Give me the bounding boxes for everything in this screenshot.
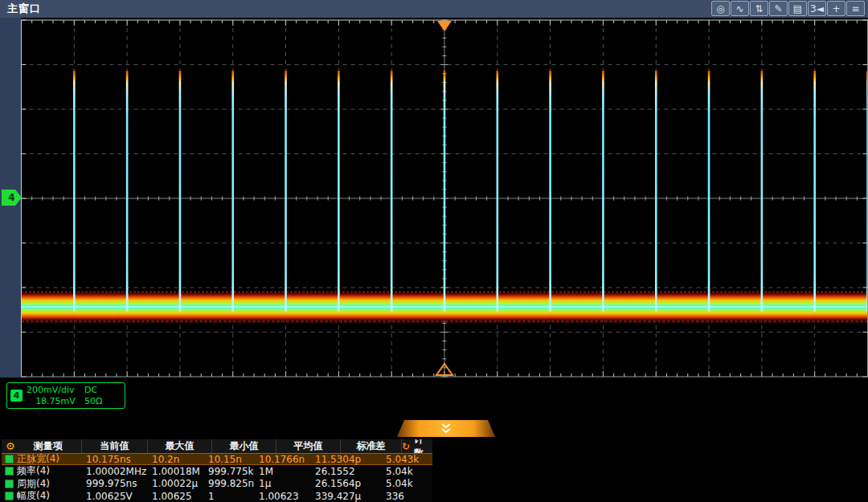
table-row[interactable]: 正脉宽(4) 10.175ns 10.2n 10.15n 10.1766n 11… — [2, 453, 432, 465]
channel4-badge: 4 — [10, 390, 23, 402]
measure-mean: 10.1766n — [255, 454, 311, 465]
waveform-icon[interactable]: ∿ — [731, 1, 749, 16]
measure-count: 5.04k — [382, 466, 432, 477]
histogram-icon[interactable]: ▤ — [788, 1, 807, 16]
measure-mean: 1.00623 — [255, 491, 311, 502]
channel-impedance: 50Ω — [84, 396, 125, 407]
measure-current: 1.00002MHz — [82, 466, 148, 477]
screenshot-icon[interactable]: ◎ — [711, 1, 730, 16]
measure-channel-icon — [5, 467, 14, 475]
header-current: 当前值 — [82, 439, 148, 453]
table-row[interactable]: 频率(4) 1.00002MHz 1.00018M 999.775k 1M 26… — [2, 465, 432, 477]
measure-min: 10.15n — [204, 454, 255, 465]
menu-icon[interactable]: ≡ — [846, 1, 865, 16]
refresh-icon[interactable]: ↻ — [402, 441, 410, 452]
measure-count: 336 — [382, 491, 432, 502]
annotate-icon[interactable]: ✎ — [769, 1, 788, 16]
header-max: 最大值 — [148, 439, 212, 453]
measure-channel-icon — [5, 455, 14, 463]
gear-icon[interactable]: ⚙ — [6, 440, 15, 452]
waveform-canvas — [21, 18, 868, 378]
measure-stddev: 26.1552 — [311, 466, 382, 477]
measure-name: 幅度(4) — [17, 489, 50, 502]
measure-max: 10.2n — [148, 454, 204, 465]
window-title: 主窗口 — [0, 2, 41, 16]
measure-min: 999.825n — [204, 478, 255, 489]
measure-max: 1.00018M — [148, 466, 204, 477]
waveform-display[interactable] — [21, 18, 868, 378]
measure-mean: 1M — [255, 466, 311, 477]
header-item: 测量项 — [27, 439, 70, 453]
measurement-table-header: ⚙ 测量项 当前值 最大值 最小值 平均值 标准差 ↻ 计数 — [2, 439, 432, 453]
measure-mean: 1µ — [255, 478, 311, 489]
measure-current: 10.175ns — [82, 454, 148, 465]
measurement-table: ⚙ 测量项 当前值 最大值 最小值 平均值 标准差 ↻ 计数 正脉宽(4) 10… — [2, 439, 432, 502]
measure-max: 1.00022µ — [148, 478, 204, 489]
trigger-position-marker — [437, 21, 452, 31]
table-row[interactable]: 幅度(4) 1.00625V 1.00625 1 1.00623 339.427… — [2, 490, 432, 502]
measure-stddev: 26.1564p — [311, 478, 382, 489]
measure-stddev: 11.5304p — [311, 454, 382, 465]
channel4-info-box[interactable]: 4 200mV/div DC 18.75mV 50Ω — [6, 382, 125, 409]
measure-current: 999.975ns — [82, 478, 148, 489]
measure-current: 1.00625V — [82, 491, 148, 502]
measure-max: 1.00625 — [148, 491, 204, 502]
measure-min: 1 — [204, 491, 255, 502]
header-stddev: 标准差 — [341, 439, 402, 453]
header-count: 计数 — [414, 439, 432, 453]
channel-coupling: DC — [84, 385, 125, 396]
double-chevron-down-icon — [440, 423, 452, 434]
sort-updown-icon[interactable]: ⇅ — [750, 1, 768, 16]
measure-count: 5.043k — [382, 454, 432, 465]
header-mean: 平均值 — [276, 439, 341, 453]
measure-min: 999.775k — [204, 466, 255, 477]
header-min: 最小值 — [212, 439, 276, 453]
title-bar: 主窗口 ◎ ∿ ⇅ ✎ ▤ 3◄ + ≡ — [0, 0, 868, 18]
toolbar-icons: ◎ ∿ ⇅ ✎ ▤ 3◄ + ≡ — [711, 1, 865, 16]
measure-panel-collapse-handle[interactable] — [397, 420, 495, 437]
measure-count: 5.04k — [382, 478, 432, 489]
measure-stddev: 339.427µ — [311, 491, 382, 502]
channel-scale: 200mV/div — [27, 385, 84, 396]
table-row[interactable]: 周期(4) 999.975ns 1.00022µ 999.825n 1µ 26.… — [2, 478, 432, 490]
channel-offset: 18.75mV — [27, 396, 84, 407]
plus-icon[interactable]: + — [827, 1, 845, 16]
oscilloscope-app: 主窗口 ◎ ∿ ⇅ ✎ ▤ 3◄ + ≡ 4 4 200mV/div DC 18… — [0, 0, 868, 502]
measure-channel-icon — [5, 480, 14, 488]
measure-channel-icon — [5, 492, 14, 500]
collapse-panel-icon[interactable]: 3◄ — [808, 1, 826, 16]
